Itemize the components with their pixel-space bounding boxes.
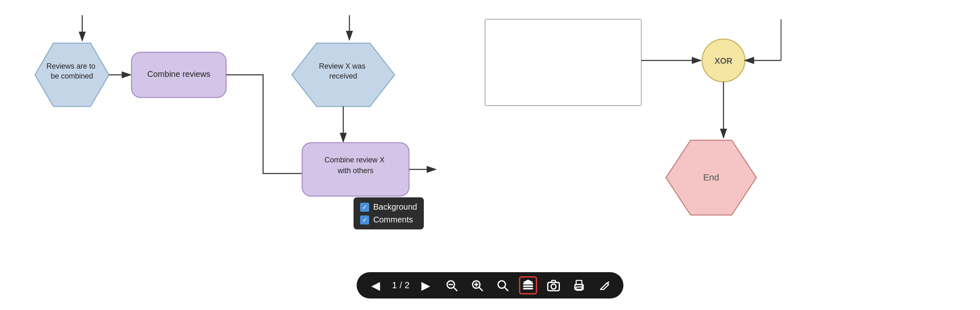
layers-popup: ✓ Background ✓ Comments bbox=[354, 197, 424, 229]
search-button[interactable] bbox=[493, 276, 511, 294]
svg-line-19 bbox=[453, 287, 457, 291]
svg-rect-28 bbox=[523, 288, 533, 289]
popup-item-background[interactable]: ✓ Background bbox=[360, 202, 417, 212]
svg-text:Combine reviews: Combine reviews bbox=[147, 69, 210, 79]
zoom-in-button[interactable] bbox=[468, 276, 486, 294]
popup-item-comments[interactable]: ✓ Comments bbox=[360, 215, 417, 224]
svg-text:XOR: XOR bbox=[714, 56, 733, 65]
page-label: 1 / 2 bbox=[392, 280, 410, 291]
svg-rect-10 bbox=[485, 19, 641, 106]
svg-line-23 bbox=[479, 287, 482, 291]
edit-button[interactable] bbox=[595, 276, 613, 294]
print-button[interactable] bbox=[570, 276, 588, 294]
svg-point-31 bbox=[551, 284, 556, 289]
layers-button[interactable] bbox=[519, 276, 537, 294]
page-indicator: 1 / 2 bbox=[392, 280, 410, 291]
svg-rect-34 bbox=[576, 287, 582, 290]
next-button[interactable]: ▶ bbox=[417, 276, 435, 294]
camera-button[interactable] bbox=[544, 276, 562, 294]
svg-line-25 bbox=[504, 287, 508, 291]
comments-checkbox[interactable]: ✓ bbox=[360, 215, 369, 224]
diagram-toolbar: ◀ 1 / 2 ▶ bbox=[357, 272, 624, 298]
svg-text:End: End bbox=[703, 172, 719, 183]
svg-rect-27 bbox=[523, 285, 533, 287]
background-checkbox[interactable]: ✓ bbox=[360, 203, 369, 212]
diagram-canvas: Reviews are to be combined Combine revie… bbox=[0, 0, 980, 310]
zoom-out-button[interactable] bbox=[442, 276, 460, 294]
comments-label: Comments bbox=[373, 215, 413, 224]
background-label: Background bbox=[373, 202, 417, 212]
svg-point-35 bbox=[581, 285, 583, 287]
flow-diagram: Reviews are to be combined Combine revie… bbox=[0, 0, 980, 310]
prev-button[interactable]: ◀ bbox=[367, 276, 385, 294]
